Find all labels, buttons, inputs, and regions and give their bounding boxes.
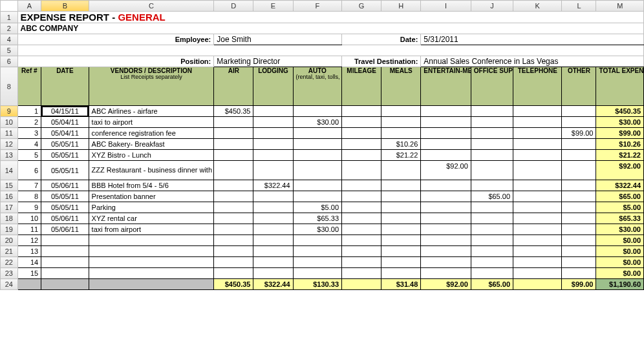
header-auto[interactable]: AUTO (rental, taxi, tolls, and travel pa…	[293, 67, 341, 106]
employee-label[interactable]: Employee:	[17, 34, 214, 45]
header-date[interactable]: DATE	[41, 67, 89, 106]
cell[interactable]: Presentation banner	[89, 191, 214, 202]
cell[interactable]: 05/05/11	[41, 202, 89, 213]
cell[interactable]	[41, 279, 89, 290]
col-head-D[interactable]: D	[214, 1, 253, 12]
employee-value[interactable]: Joe Smith	[214, 34, 342, 45]
row-head[interactable]: 20	[1, 235, 18, 246]
cell[interactable]: ZZZ Restaurant - business dinner with cl…	[89, 161, 214, 180]
cell[interactable]: 7	[17, 180, 41, 191]
cell[interactable]: taxi from airport	[89, 224, 214, 235]
cell[interactable]: 05/06/11	[41, 224, 89, 235]
cell[interactable]	[421, 106, 471, 117]
cell[interactable]: 1	[17, 106, 41, 117]
cell[interactable]: conference registration fee	[89, 128, 214, 139]
position-value[interactable]: Marketing Director	[214, 56, 342, 67]
col-head-K[interactable]: K	[513, 1, 562, 12]
col-total-lodging[interactable]: $322.44	[253, 279, 293, 290]
cell[interactable]	[562, 106, 596, 117]
header-other[interactable]: OTHER	[562, 67, 596, 106]
cell[interactable]: $21.22	[381, 150, 421, 161]
cell[interactable]: taxi to airport	[89, 117, 214, 128]
header-office[interactable]: OFFICE SUPPLIES	[471, 67, 513, 106]
header-total[interactable]: TOTAL EXPENSE	[596, 67, 644, 106]
col-total-mileage[interactable]	[342, 279, 381, 290]
cell[interactable]: 05/05/11	[41, 150, 89, 161]
row-total[interactable]: $450.35	[596, 106, 644, 117]
row-head[interactable]: 23	[1, 268, 18, 279]
col-head-G[interactable]: G	[342, 1, 381, 12]
grand-total[interactable]: $1,190.60	[596, 279, 644, 290]
cell[interactable]: 05/05/11	[41, 191, 89, 202]
cell[interactable]: 6	[17, 161, 41, 180]
row-head[interactable]: 14	[1, 161, 18, 180]
col-head-E[interactable]: E	[253, 1, 293, 12]
cell[interactable]	[513, 106, 562, 117]
col-head-J[interactable]: J	[471, 1, 513, 12]
position-label[interactable]: Position:	[17, 56, 214, 67]
row-head[interactable]: 19	[1, 224, 18, 235]
row-head[interactable]: 11	[1, 128, 18, 139]
row-head[interactable]: 6	[1, 56, 18, 67]
cell[interactable]: $92.00	[421, 161, 471, 180]
cell[interactable]: 05/04/11	[41, 128, 89, 139]
cell[interactable]: $65.00	[471, 191, 513, 202]
cell[interactable]: 10	[17, 213, 41, 224]
destination-value[interactable]: Annual Sales Conference in Las Vegas	[421, 56, 644, 67]
cell[interactable]: $450.35	[214, 106, 253, 117]
col-total-other[interactable]: $99.00	[562, 279, 596, 290]
active-cell[interactable]: 04/15/11	[41, 106, 89, 117]
row-total[interactable]: $65.00	[596, 191, 644, 202]
row-total[interactable]: $322.44	[596, 180, 644, 191]
cell[interactable]: BBB Hotel from 5/4 - 5/6	[89, 180, 214, 191]
row-total[interactable]: $99.00	[596, 128, 644, 139]
cell[interactable]: $65.33	[293, 213, 341, 224]
cell[interactable]	[89, 279, 214, 290]
cell[interactable]: $99.00	[562, 128, 596, 139]
row-head[interactable]: 16	[1, 191, 18, 202]
row-total[interactable]: $0.00	[596, 257, 644, 268]
row-head[interactable]: 2	[1, 23, 18, 34]
cell[interactable]	[342, 106, 381, 117]
date-label[interactable]: Date:	[342, 34, 421, 45]
row-total[interactable]: $30.00	[596, 117, 644, 128]
row-head[interactable]: 18	[1, 213, 18, 224]
row-head[interactable]: 5	[1, 45, 18, 56]
row-head[interactable]: 4	[1, 34, 18, 45]
col-total-entertain[interactable]: $92.00	[421, 279, 471, 290]
cell[interactable]: 05/05/11	[41, 139, 89, 150]
col-head-I[interactable]: I	[421, 1, 471, 12]
row-head[interactable]: 17	[1, 202, 18, 213]
col-total-air[interactable]: $450.35	[214, 279, 253, 290]
cell[interactable]: 8	[17, 191, 41, 202]
col-head-H[interactable]: H	[381, 1, 421, 12]
col-head-C[interactable]: C	[89, 1, 214, 12]
header-lodging[interactable]: LODGING	[253, 67, 293, 106]
row-head[interactable]: 9	[1, 106, 18, 117]
cell[interactable]: 12	[17, 235, 41, 246]
col-head-F[interactable]: F	[293, 1, 341, 12]
col-total-auto[interactable]: $130.33	[293, 279, 341, 290]
cell[interactable]	[293, 106, 341, 117]
cell[interactable]: 2	[17, 117, 41, 128]
row-head[interactable]: 24	[1, 279, 18, 290]
row-total[interactable]: $92.00	[596, 161, 644, 180]
cell[interactable]	[471, 106, 513, 117]
row-total[interactable]: $30.00	[596, 224, 644, 235]
cell[interactable]: EXPENSE REPORT - GENERAL	[17, 12, 644, 23]
row-head[interactable]: 13	[1, 150, 18, 161]
cell[interactable]: $30.00	[293, 117, 341, 128]
row-total[interactable]: $21.22	[596, 150, 644, 161]
row-head[interactable]: 15	[1, 180, 18, 191]
cell[interactable]: 4	[17, 139, 41, 150]
header-air[interactable]: AIR	[214, 67, 253, 106]
cell[interactable]: ABC Bakery- Breakfast	[89, 139, 214, 150]
row-head[interactable]: 10	[1, 117, 18, 128]
cell[interactable]: 05/04/11	[41, 117, 89, 128]
cell[interactable]: $10.26	[381, 139, 421, 150]
cell[interactable]: $322.44	[253, 180, 293, 191]
col-head-M[interactable]: M	[596, 1, 644, 12]
destination-label[interactable]: Travel Destination:	[342, 56, 421, 67]
header-meals[interactable]: MEALS	[381, 67, 421, 106]
select-all-corner[interactable]	[1, 1, 18, 12]
